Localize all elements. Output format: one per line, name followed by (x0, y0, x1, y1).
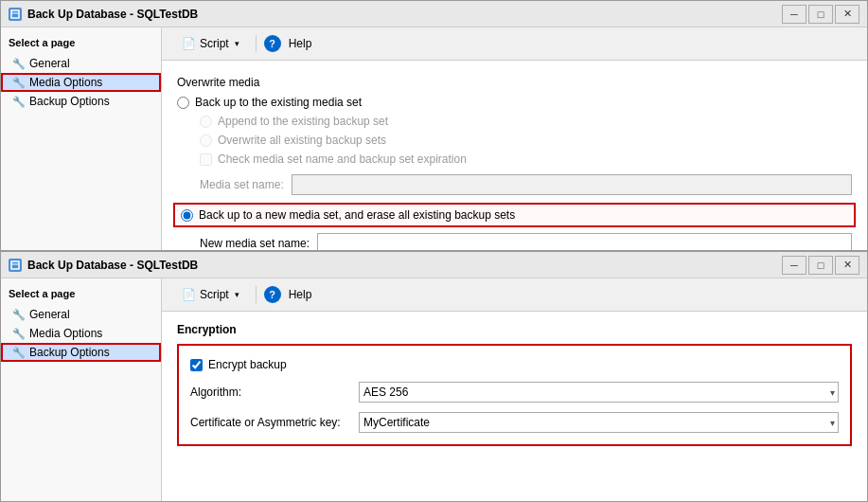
script-chevron-1: ▾ (235, 39, 239, 48)
checkbox-check-media-label: Check media set name and backup set expi… (218, 152, 467, 166)
media-set-name-row: Media set name: (200, 174, 852, 195)
algorithm-row: Algorithm: AES 128 AES 192 AES 256 Tripl… (190, 382, 839, 403)
new-media-name-input[interactable] (317, 233, 852, 250)
radio-new-media-label[interactable]: Back up to a new media set, and erase al… (199, 208, 515, 222)
checkbox-check-media-item: Check media set name and backup set expi… (177, 152, 852, 167)
checkbox-check-media (200, 153, 212, 166)
backup-label-2: Backup Options (29, 346, 110, 359)
media-icon-2: 🔧 (12, 327, 26, 340)
window-1: Back Up Database - SQLTestDB ─ □ ✕ Selec… (0, 0, 868, 251)
app-icon-2 (9, 259, 22, 272)
toolbar-sep-1 (256, 35, 257, 52)
general-label-1: General (29, 57, 70, 70)
maximize-btn-2[interactable]: □ (808, 256, 833, 275)
toolbar-sep-2 (256, 286, 257, 303)
encrypt-backup-label[interactable]: Encrypt backup (208, 358, 287, 371)
title-buttons-2: ─ □ ✕ (782, 256, 859, 275)
close-btn-2[interactable]: ✕ (835, 256, 859, 275)
cert-key-select-wrapper[interactable]: MyCertificate MyAsymmetricKey (359, 412, 839, 433)
media-icon-1: 🔧 (12, 76, 26, 89)
sidebar-title-2: Select a page (1, 286, 161, 305)
sidebar-item-media-2[interactable]: 🔧 Media Options (1, 324, 161, 343)
content-2: Encryption Encrypt backup Algorithm: AES… (162, 312, 867, 501)
radio-append-label: Append to the existing backup set (218, 115, 388, 128)
radio-existing-label[interactable]: Back up to the existing media set (195, 96, 362, 109)
general-label-2: General (29, 308, 70, 321)
app-icon-1 (9, 8, 22, 21)
algorithm-select[interactable]: AES 128 AES 192 AES 256 Triple DES 3KEY (359, 382, 839, 403)
script-icon-1: 📄 (182, 37, 196, 50)
backup-icon-1: 🔧 (12, 95, 26, 108)
help-label-2: Help (289, 288, 312, 301)
sidebar-2: Select a page 🔧 General 🔧 Media Options … (1, 278, 162, 501)
general-icon-1: 🔧 (12, 57, 26, 70)
window-title-1: Back Up Database - SQLTestDB (27, 8, 776, 21)
svg-rect-0 (11, 10, 19, 18)
overwrite-radio-group: Back up to the existing media set Append… (177, 95, 852, 250)
radio-overwrite-all-item: Overwrite all existing backup sets (177, 133, 852, 148)
cert-key-select[interactable]: MyCertificate MyAsymmetricKey (359, 412, 839, 433)
window-body-1: Select a page 🔧 General 🔧 Media Options … (1, 27, 867, 250)
media-label-2: Media Options (29, 327, 102, 340)
cert-key-row: Certificate or Asymmetric key: MyCertifi… (190, 412, 839, 433)
sidebar-item-general-1[interactable]: 🔧 General (1, 54, 161, 73)
script-icon-2: 📄 (182, 288, 196, 301)
window-body-2: Select a page 🔧 General 🔧 Media Options … (1, 278, 867, 501)
window-title-2: Back Up Database - SQLTestDB (27, 259, 776, 272)
sidebar-title-1: Select a page (1, 35, 161, 54)
script-btn-1[interactable]: 📄 Script ▾ (173, 33, 248, 54)
sidebar-item-backup-1[interactable]: 🔧 Backup Options (1, 92, 161, 111)
main-panel-1: 📄 Script ▾ ? Help Overwrite media Bac (162, 27, 867, 250)
radio-append (200, 116, 212, 128)
media-set-name-input (292, 174, 852, 195)
new-media-name-row: New media set name: (200, 233, 852, 250)
help-btn-2[interactable]: ? (264, 286, 281, 303)
radio-overwrite-all-label: Overwrite all existing backup sets (218, 134, 386, 147)
close-btn-1[interactable]: ✕ (835, 5, 859, 24)
script-chevron-2: ▾ (235, 290, 239, 299)
encrypt-backup-checkbox[interactable] (190, 359, 203, 371)
radio-new-media-item: Back up to a new media set, and erase al… (177, 206, 852, 224)
maximize-btn-1[interactable]: □ (808, 5, 833, 24)
window-2: Back Up Database - SQLTestDB ─ □ ✕ Selec… (0, 251, 868, 502)
script-label-1: Script (200, 37, 229, 50)
svg-rect-2 (11, 261, 19, 269)
sidebar-item-general-2[interactable]: 🔧 General (1, 305, 161, 324)
overwrite-section: Overwrite media Back up to the existing … (177, 76, 852, 250)
title-bar-2: Back Up Database - SQLTestDB ─ □ ✕ (1, 252, 867, 278)
help-label-1: Help (289, 37, 312, 50)
overwrite-title: Overwrite media (177, 76, 852, 89)
title-buttons-1: ─ □ ✕ (782, 5, 859, 24)
minimize-btn-1[interactable]: ─ (782, 5, 806, 24)
main-panel-2: 📄 Script ▾ ? Help Encryption Encrypt bac… (162, 278, 867, 501)
minimize-btn-2[interactable]: ─ (782, 256, 806, 275)
encryption-title: Encryption (177, 323, 852, 336)
new-media-name-label: New media set name: (200, 237, 310, 250)
sidebar-item-media-1[interactable]: 🔧 Media Options (1, 73, 161, 92)
general-icon-2: 🔧 (12, 308, 26, 321)
sidebar-item-backup-2[interactable]: 🔧 Backup Options (1, 343, 161, 362)
toolbar-2: 📄 Script ▾ ? Help (162, 278, 867, 312)
script-btn-2[interactable]: 📄 Script ▾ (173, 284, 248, 305)
help-btn-1[interactable]: ? (264, 35, 281, 52)
radio-overwrite-all (200, 134, 212, 147)
backup-label-1: Backup Options (29, 95, 110, 108)
cert-key-label: Certificate or Asymmetric key: (190, 416, 351, 429)
radio-existing[interactable] (177, 97, 189, 109)
media-label-1: Media Options (29, 76, 102, 89)
backup-icon-2: 🔧 (12, 346, 26, 359)
radio-new-media[interactable] (181, 209, 193, 222)
script-label-2: Script (200, 288, 229, 301)
algorithm-label: Algorithm: (190, 385, 351, 399)
sidebar-1: Select a page 🔧 General 🔧 Media Options … (1, 27, 162, 250)
encryption-box: Encrypt backup Algorithm: AES 128 AES 19… (177, 344, 852, 446)
radio-append-item: Append to the existing backup set (177, 114, 852, 129)
toolbar-1: 📄 Script ▾ ? Help (162, 27, 867, 61)
media-set-name-label: Media set name: (200, 178, 284, 191)
content-1: Overwrite media Back up to the existing … (162, 61, 867, 250)
title-bar-1: Back Up Database - SQLTestDB ─ □ ✕ (1, 1, 867, 27)
algorithm-select-wrapper[interactable]: AES 128 AES 192 AES 256 Triple DES 3KEY (359, 382, 839, 403)
radio-existing-item: Back up to the existing media set (177, 95, 852, 110)
encrypt-checkbox-row: Encrypt backup (190, 357, 839, 372)
